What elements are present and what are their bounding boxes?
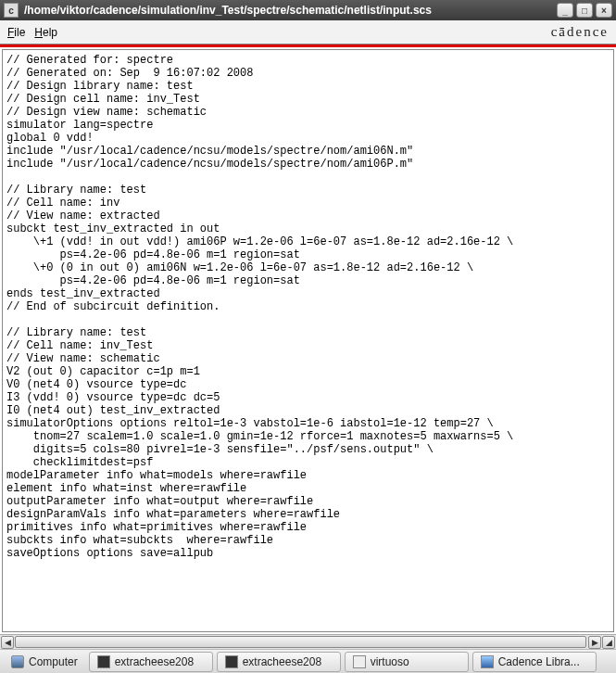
app-icon: c bbox=[4, 3, 19, 18]
resize-gripper-icon[interactable]: ◢ bbox=[602, 636, 615, 649]
taskbar: Computer extracheese208 extracheese208 v… bbox=[0, 649, 616, 673]
netlist-text-view[interactable]: // Generated for: spectre // Generated o… bbox=[2, 49, 614, 632]
menubar: File Help cādence bbox=[0, 20, 616, 44]
window-controls: _ □ × bbox=[557, 3, 612, 18]
taskbar-label: virtuoso bbox=[371, 655, 409, 668]
taskbar-label: extracheese208 bbox=[115, 655, 194, 668]
terminal-icon bbox=[97, 655, 110, 668]
menu-help-mnemonic: H bbox=[34, 26, 43, 39]
taskbar-item-cadence-lib[interactable]: Cadence Libra... bbox=[472, 652, 597, 672]
menu-file-rest: ile bbox=[14, 26, 25, 39]
content-area: // Generated for: spectre // Generated o… bbox=[0, 47, 616, 634]
computer-icon bbox=[11, 655, 24, 668]
menu-file[interactable]: File bbox=[7, 26, 25, 39]
library-icon bbox=[481, 655, 494, 668]
horizontal-scrollbar[interactable]: ◀ ▶ ◢ bbox=[0, 634, 616, 649]
brand-logo: cādence bbox=[551, 24, 609, 40]
window-title: /home/viktor/cadence/simulation/inv_Test… bbox=[24, 4, 557, 17]
taskbar-label: Cadence Libra... bbox=[498, 655, 580, 668]
taskbar-computer[interactable]: Computer bbox=[4, 652, 85, 672]
scrollbar-thumb[interactable] bbox=[15, 636, 586, 648]
virtuoso-icon bbox=[353, 655, 366, 668]
minimize-button[interactable]: _ bbox=[557, 3, 573, 18]
menu-help-rest: elp bbox=[43, 26, 57, 39]
titlebar[interactable]: c /home/viktor/cadence/simulation/inv_Te… bbox=[0, 0, 616, 20]
scroll-left-button[interactable]: ◀ bbox=[1, 636, 14, 649]
taskbar-item-extracheese1[interactable]: extracheese208 bbox=[89, 652, 213, 672]
close-button[interactable]: × bbox=[596, 3, 612, 18]
menu-help[interactable]: Help bbox=[34, 26, 57, 39]
scroll-right-button[interactable]: ▶ bbox=[588, 636, 601, 649]
taskbar-computer-label: Computer bbox=[29, 655, 78, 668]
taskbar-item-extracheese2[interactable]: extracheese208 bbox=[217, 652, 341, 672]
taskbar-item-virtuoso[interactable]: virtuoso bbox=[345, 652, 469, 672]
maximize-button[interactable]: □ bbox=[576, 3, 593, 18]
app-window: c /home/viktor/cadence/simulation/inv_Te… bbox=[0, 0, 616, 649]
taskbar-label: extracheese208 bbox=[243, 655, 321, 668]
terminal-icon bbox=[225, 655, 238, 668]
